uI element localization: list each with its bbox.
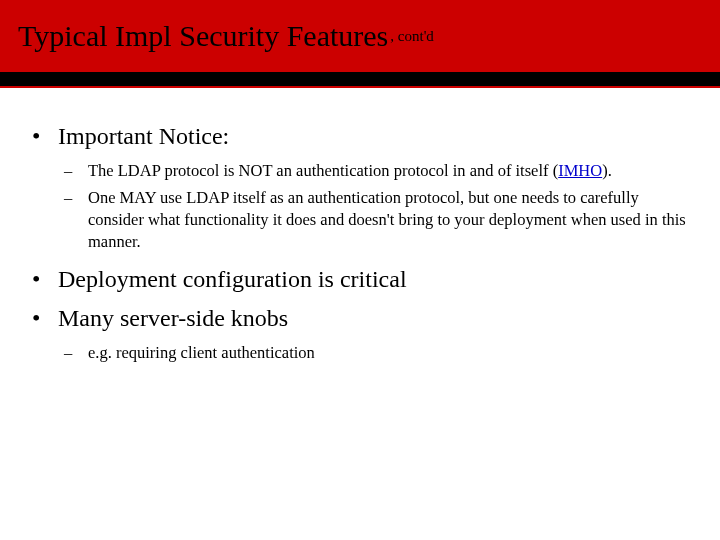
bullet-text: Deployment configuration is critical bbox=[58, 266, 407, 292]
bullet-deployment-config: Deployment configuration is critical bbox=[28, 263, 692, 295]
bullet-important-notice: Important Notice: The LDAP protocol is N… bbox=[28, 120, 692, 253]
sub-bullet-client-auth: e.g. requiring client authentication bbox=[58, 342, 692, 364]
sub-bullet-ldap-not-auth: The LDAP protocol is NOT an authenticati… bbox=[58, 160, 692, 182]
bullet-text: Many server-side knobs bbox=[58, 305, 288, 331]
imho-link[interactable]: IMHO bbox=[558, 161, 602, 180]
sub-bullet-text: One MAY use LDAP itself as an authentica… bbox=[88, 188, 686, 252]
title-bar: Typical Impl Security Features, cont'd bbox=[0, 0, 720, 88]
title-area: Typical Impl Security Features, cont'd bbox=[0, 0, 720, 72]
slide-title-cont: , cont'd bbox=[390, 28, 434, 45]
slide-body: Important Notice: The LDAP protocol is N… bbox=[0, 88, 720, 365]
bullet-server-knobs: Many server-side knobs e.g. requiring cl… bbox=[28, 302, 692, 365]
sub-bullet-text-a: The LDAP protocol is NOT an authenticati… bbox=[88, 161, 558, 180]
bullet-text: Important Notice: bbox=[58, 123, 229, 149]
sub-bullet-text-b: ). bbox=[602, 161, 612, 180]
sub-bullet-text: e.g. requiring client authentication bbox=[88, 343, 315, 362]
sub-bullet-ldap-may-use: One MAY use LDAP itself as an authentica… bbox=[58, 187, 692, 254]
slide-title: Typical Impl Security Features bbox=[18, 19, 388, 53]
